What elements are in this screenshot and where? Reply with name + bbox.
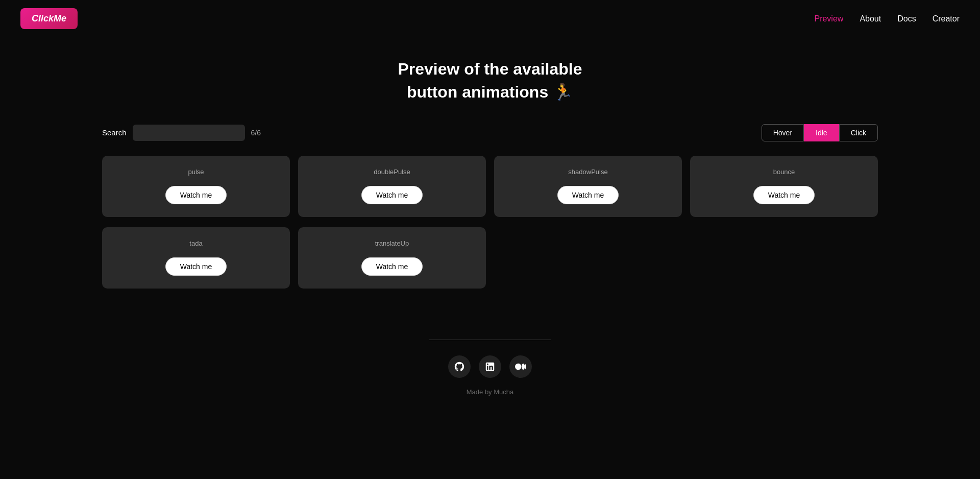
- cards-row-2: tada Watch me translateUp Watch me: [102, 227, 878, 289]
- card-pulse-label: pulse: [188, 168, 204, 176]
- watch-btn-shadowPulse[interactable]: Watch me: [557, 186, 619, 204]
- filter-group: Hover Idle Click: [762, 124, 878, 141]
- nav-about[interactable]: About: [860, 14, 881, 23]
- search-filter-row: Search 6/6 Hover Idle Click: [102, 124, 878, 141]
- card-pulse: pulse Watch me: [102, 156, 290, 217]
- medium-button[interactable]: [509, 355, 532, 378]
- filter-hover[interactable]: Hover: [762, 124, 804, 141]
- search-count: 6/6: [251, 129, 261, 137]
- linkedin-icon: [484, 361, 496, 372]
- card-doublePulse: doublePulse Watch me: [298, 156, 486, 217]
- watch-btn-tada[interactable]: Watch me: [165, 257, 227, 276]
- page-title: Preview of the available button animatio…: [102, 58, 878, 104]
- nav-creator[interactable]: Creator: [933, 14, 960, 23]
- card-bounce: bounce Watch me: [690, 156, 878, 217]
- github-icon: [454, 361, 465, 372]
- footer-icons: [448, 355, 532, 378]
- nav-docs[interactable]: Docs: [897, 14, 916, 23]
- card-tada: tada Watch me: [102, 227, 290, 289]
- search-input[interactable]: [133, 125, 245, 141]
- logo-button[interactable]: ClickMe: [20, 8, 78, 29]
- card-translateUp-label: translateUp: [375, 240, 409, 247]
- watch-btn-doublePulse[interactable]: Watch me: [361, 186, 423, 204]
- card-shadowPulse: shadowPulse Watch me: [494, 156, 682, 217]
- medium-icon: [515, 361, 526, 372]
- card-shadowPulse-label: shadowPulse: [568, 168, 607, 176]
- watch-btn-bounce[interactable]: Watch me: [753, 186, 815, 204]
- cards-row-1: pulse Watch me doublePulse Watch me shad…: [102, 156, 878, 217]
- watch-btn-translateUp[interactable]: Watch me: [361, 257, 423, 276]
- card-translateUp: translateUp Watch me: [298, 227, 486, 289]
- filter-idle[interactable]: Idle: [804, 124, 839, 141]
- card-bounce-label: bounce: [773, 168, 795, 176]
- watch-btn-pulse[interactable]: Watch me: [165, 186, 227, 204]
- filter-click[interactable]: Click: [839, 124, 878, 141]
- main-content: Preview of the available button animatio…: [0, 37, 980, 319]
- footer: Made by Mucha: [0, 319, 980, 411]
- linkedin-button[interactable]: [479, 355, 501, 378]
- main-nav: Preview About Docs Creator: [814, 14, 960, 23]
- github-button[interactable]: [448, 355, 471, 378]
- header: ClickMe Preview About Docs Creator: [0, 0, 980, 37]
- search-label: Search: [102, 128, 127, 137]
- footer-credit: Made by Mucha: [467, 388, 514, 396]
- card-tada-label: tada: [189, 240, 202, 247]
- card-doublePulse-label: doublePulse: [374, 168, 410, 176]
- nav-preview[interactable]: Preview: [814, 14, 843, 23]
- footer-divider: [429, 340, 551, 340]
